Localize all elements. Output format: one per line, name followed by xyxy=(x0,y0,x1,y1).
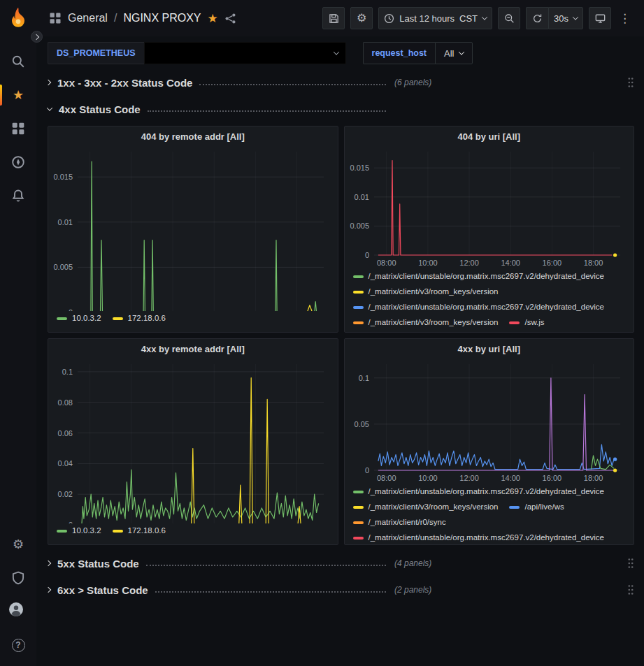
gear-icon: ⚙ xyxy=(13,538,24,551)
panel-404-by-remote-addr: 404 by remote addr [All] 00.0050.010.015… xyxy=(48,126,338,333)
time-range-picker[interactable]: Last 12 hours CST xyxy=(378,7,492,29)
legend-item[interactable]: /_matrix/client/r0/sync xyxy=(353,516,446,528)
row-header-1xx-3xx-2xx[interactable]: 1xx - 3xx - 2xx Status Code (6 panels) xyxy=(48,73,634,92)
panel-title[interactable]: 404 by remote addr [All] xyxy=(48,126,338,146)
request-host-value-select[interactable]: All xyxy=(435,42,473,64)
svg-text:0.04: 0.04 xyxy=(58,459,73,468)
legend-item[interactable]: 10.0.3.2 xyxy=(57,312,101,324)
svg-text:10:00: 10:00 xyxy=(418,259,438,267)
grafana-flame-icon xyxy=(6,6,30,29)
help-icon: ? xyxy=(12,639,25,652)
row-header-5xx[interactable]: 5xx Status Code (4 panels) xyxy=(48,553,634,573)
legend-item[interactable]: /_matrix/client/unstable/org.matrix.msc2… xyxy=(353,532,605,544)
row-drag-handle-icon[interactable] xyxy=(627,584,634,595)
legend-item[interactable]: /_matrix/client/v3/room_keys/version xyxy=(353,501,499,513)
save-dashboard-button[interactable] xyxy=(322,7,345,29)
chevron-down-icon xyxy=(482,14,487,20)
panel-4xx-by-uri: 4xx by uri [All] 00.050.108:0010:0012:00… xyxy=(344,338,635,545)
sidebar-item-profile[interactable] xyxy=(0,595,36,628)
svg-text:08:00: 08:00 xyxy=(376,474,396,482)
row-title: 1xx - 3xx - 2xx Status Code xyxy=(57,77,192,89)
chart-legend: 10.0.3.2172.18.0.6 xyxy=(48,523,338,544)
row-panel-count: (4 panels) xyxy=(394,558,431,568)
row-leader-dots xyxy=(146,565,386,566)
zoom-out-button[interactable] xyxy=(498,7,520,29)
svg-text:10:00: 10:00 xyxy=(418,474,438,482)
main-area: General / NGINX PROXY ★ xyxy=(36,0,644,666)
timeseries-chart-404-remote-addr[interactable]: 00.0050.010.01508:0010:0012:0014:0016:00… xyxy=(50,146,334,311)
sidebar-item-dashboards[interactable] xyxy=(0,112,36,145)
sidebar-item-help[interactable]: ? xyxy=(0,628,36,662)
zoom-out-icon xyxy=(504,13,515,24)
sidebar-bottom: ⚙ ? xyxy=(0,528,36,662)
navbar-actions: ⚙ Last 12 hours CST xyxy=(322,7,633,29)
legend-item[interactable]: /sw.js xyxy=(509,317,544,328)
row-title: 4xx Status Code xyxy=(59,103,141,115)
svg-text:0: 0 xyxy=(364,251,368,259)
search-icon xyxy=(11,55,25,68)
legend-item[interactable]: /_matrix/client/unstable/org.matrix.msc2… xyxy=(353,270,605,282)
sidebar-item-alerting[interactable] xyxy=(0,179,36,212)
panel-4xx-by-remote-addr: 4xx by remote addr [All] 00.020.040.060.… xyxy=(48,338,338,545)
gear-icon: ⚙ xyxy=(357,13,366,24)
timeseries-chart-4xx-remote-addr[interactable]: 00.020.040.060.080.108:0010:0012:0014:00… xyxy=(50,359,334,523)
legend-item[interactable]: /_matrix/client/v3/room_keys/version xyxy=(353,317,499,328)
row-panel-count: (2 panels) xyxy=(394,585,431,595)
sidebar-item-starred[interactable]: ★ xyxy=(0,78,36,112)
row-drag-handle-icon[interactable] xyxy=(627,558,634,569)
variables-bar: DS_PROMETHEUS request_host All xyxy=(48,42,634,64)
sidebar-item-explore[interactable] xyxy=(0,145,36,179)
legend-item[interactable]: /_matrix/client/v3/room_keys/version xyxy=(353,286,499,298)
legend-item[interactable]: 10.0.3.2 xyxy=(57,525,101,537)
star-icon: ★ xyxy=(13,89,24,101)
svg-text:0.08: 0.08 xyxy=(58,398,73,407)
legend-item[interactable]: 172.18.0.6 xyxy=(113,312,166,324)
svg-text:0.01: 0.01 xyxy=(58,218,73,226)
refresh-interval-select[interactable]: 30s xyxy=(548,7,583,29)
sidebar-item-server-admin[interactable] xyxy=(0,561,36,595)
panel-title[interactable]: 4xx by remote addr [All] xyxy=(48,339,338,359)
datasource-value-select[interactable] xyxy=(144,42,346,64)
cycle-view-mode-button[interactable] xyxy=(589,7,611,29)
legend-item[interactable]: /_matrix/client/unstable/org.matrix.msc2… xyxy=(353,301,605,313)
grafana-app: ★ ⚙ xyxy=(0,0,644,666)
svg-text:16:00: 16:00 xyxy=(542,474,561,482)
chart-legend: 10.0.3.2172.18.0.6 xyxy=(48,311,338,332)
svg-text:12:00: 12:00 xyxy=(459,474,479,482)
legend-item[interactable]: 172.18.0.6 xyxy=(113,525,166,537)
dashboard-title[interactable]: NGINX PROXY xyxy=(123,12,201,24)
timeseries-chart-4xx-uri[interactable]: 00.050.108:0010:0012:0014:0016:0018:00 xyxy=(346,359,630,484)
share-icon[interactable] xyxy=(224,13,236,24)
row-drag-handle-icon[interactable] xyxy=(627,77,634,88)
bell-icon xyxy=(11,189,25,203)
sidebar: ★ ⚙ xyxy=(0,0,36,666)
favorite-star-icon[interactable]: ★ xyxy=(208,13,218,24)
row-title: 5xx Status Code xyxy=(57,558,139,570)
breadcrumb-folder[interactable]: General xyxy=(68,12,108,24)
save-icon xyxy=(329,13,339,24)
sidebar-expand-button[interactable] xyxy=(31,31,43,43)
more-options-button[interactable]: ⋮ xyxy=(617,7,633,29)
sidebar-item-search[interactable] xyxy=(0,45,36,78)
svg-text:0.015: 0.015 xyxy=(53,173,73,181)
refresh-button[interactable] xyxy=(526,7,548,29)
grafana-logo[interactable] xyxy=(6,6,30,29)
panel-grid-4xx: 404 by remote addr [All] 00.0050.010.015… xyxy=(48,126,634,545)
timezone-label: CST xyxy=(459,13,478,24)
sidebar-item-configuration[interactable]: ⚙ xyxy=(0,528,36,561)
panel-title[interactable]: 4xx by uri [All] xyxy=(345,339,634,359)
row-header-4xx[interactable]: 4xx Status Code xyxy=(48,99,634,119)
legend-item[interactable]: /_matrix/client/unstable/org.matrix.msc2… xyxy=(353,486,605,498)
panel-title[interactable]: 404 by uri [All] xyxy=(345,126,634,146)
row-panel-count: (6 panels) xyxy=(394,78,431,87)
variable-ds-prometheus-label[interactable]: DS_PROMETHEUS xyxy=(48,42,144,64)
legend-item[interactable]: /api/live/ws xyxy=(509,501,564,513)
row-header-6xx[interactable]: 6xx > Status Code (2 panels) xyxy=(48,580,634,600)
time-range-label: Last 12 hours xyxy=(399,13,455,24)
timeseries-chart-404-uri[interactable]: 00.0050.010.01508:0010:0012:0014:0016:00… xyxy=(346,146,630,269)
shield-icon xyxy=(11,571,25,585)
chevron-right-icon xyxy=(33,34,38,39)
chart-legend: /_matrix/client/unstable/org.matrix.msc2… xyxy=(345,484,634,544)
dashboard-settings-button[interactable]: ⚙ xyxy=(350,7,373,29)
request-host-label[interactable]: request_host xyxy=(363,42,436,64)
